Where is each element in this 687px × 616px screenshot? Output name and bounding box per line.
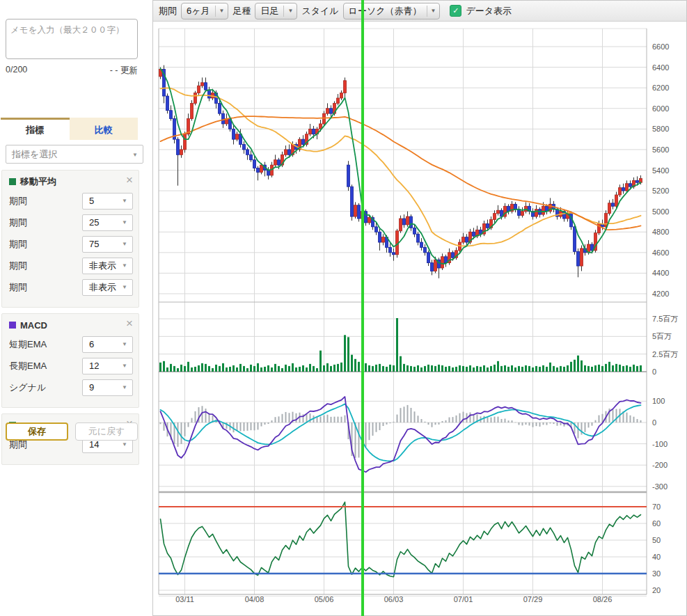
svg-text:-100: -100 (652, 440, 668, 448)
chart-toolbar: 期間 6ヶ月 ▼ 足種 日足 ▼ スタイル ローソク（赤青） ▼ ✓ データ表示 (153, 1, 686, 22)
tab-indicators[interactable]: 指標 (1, 118, 70, 140)
param-select[interactable]: 25▼ (82, 214, 133, 231)
svg-text:4800: 4800 (652, 228, 669, 236)
svg-text:6000: 6000 (652, 104, 669, 113)
param-label: 期間 (9, 238, 63, 251)
chevron-down-icon: ▼ (216, 8, 228, 14)
stock-chart-app: 0/200 - - 更新 指標 比較 指標を選択 ▼ 移動平均×期間5▼期間25… (0, 0, 687, 616)
indicator-param-row: シグナル9▼ (9, 379, 133, 395)
param-select[interactable]: 非表示▼ (82, 279, 133, 296)
param-select[interactable]: 5▼ (82, 193, 133, 210)
data-display-label: データ表示 (466, 5, 512, 17)
chevron-down-icon: ▼ (122, 380, 127, 395)
sidebar: 0/200 - - 更新 指標 比較 指標を選択 ▼ 移動平均×期間5▼期間25… (0, 0, 152, 616)
indicator-param-row: 長期EMA12▼ (9, 358, 133, 374)
svg-text:20: 20 (652, 586, 661, 594)
param-label: 期間 (9, 281, 63, 294)
chevron-down-icon: ▼ (122, 215, 127, 230)
memo-input[interactable] (6, 19, 138, 59)
data-display-checkbox[interactable]: ✓ (450, 5, 461, 17)
chart-canvas[interactable]: 03/1104/0805/0606/0307/0107/2908/2666006… (153, 22, 686, 615)
chevron-down-icon: ▼ (132, 145, 138, 163)
param-label: 短期EMA (9, 338, 63, 351)
indicator-card-title: 移動平均 (20, 175, 56, 188)
indicator-select-placeholder: 指標を選択 (12, 149, 57, 159)
memo-counter: 0/200 (6, 65, 27, 77)
chevron-down-icon: ▼ (122, 237, 127, 252)
sidebar-actions: 保存 元に戻す (6, 422, 138, 441)
param-select[interactable]: 非表示▼ (82, 258, 133, 274)
svg-text:5000: 5000 (652, 207, 669, 216)
indicator-color-swatch (9, 322, 16, 329)
period-dropdown[interactable]: 6ヶ月 ▼ (181, 3, 228, 19)
indicator-param-row: 期間25▼ (9, 214, 133, 230)
indicator-param-row: 期間5▼ (9, 193, 133, 209)
sidebar-tabs: 指標 比較 (1, 118, 138, 140)
chevron-down-icon: ▼ (122, 358, 127, 374)
indicator-select[interactable]: 指標を選択 ▼ (6, 145, 143, 164)
svg-text:70: 70 (652, 503, 661, 511)
svg-text:2.5百万: 2.5百万 (652, 350, 678, 358)
svg-text:-200: -200 (652, 461, 668, 469)
param-select[interactable]: 9▼ (82, 379, 133, 396)
svg-text:5600: 5600 (652, 145, 669, 154)
svg-text:5200: 5200 (652, 187, 669, 195)
price-chart-svg: 03/1104/0805/0606/0307/0107/2908/2666006… (153, 22, 686, 615)
close-icon[interactable]: × (126, 175, 133, 186)
svg-text:-300: -300 (652, 482, 668, 491)
reset-button[interactable]: 元に戻す (75, 422, 138, 441)
svg-text:0: 0 (652, 418, 656, 427)
param-label: 長期EMA (9, 360, 63, 372)
indicator-param-row: 期間75▼ (9, 236, 133, 252)
bartype-label: 足種 (232, 5, 251, 17)
style-label: スタイル (301, 5, 338, 17)
indicator-param-row: 期間非表示▼ (9, 279, 133, 295)
style-dropdown[interactable]: ローソク（赤青） ▼ (343, 3, 441, 19)
svg-text:30: 30 (652, 569, 661, 578)
param-select[interactable]: 6▼ (82, 336, 133, 353)
tab-compare[interactable]: 比較 (70, 118, 139, 140)
memo-update-link[interactable]: - - 更新 (110, 65, 138, 77)
svg-text:100: 100 (652, 397, 665, 405)
param-label: シグナル (9, 381, 63, 394)
memo-meta: 0/200 - - 更新 (6, 65, 138, 77)
indicator-card: 移動平均×期間5▼期間25▼期間75▼期間非表示▼期間非表示▼ (1, 170, 139, 308)
chevron-down-icon: ▼ (122, 194, 127, 209)
svg-text:0: 0 (652, 368, 656, 376)
bartype-dropdown[interactable]: 日足 ▼ (255, 3, 297, 19)
svg-text:4400: 4400 (652, 269, 669, 277)
svg-text:4600: 4600 (652, 248, 669, 257)
svg-text:5百万: 5百万 (652, 332, 672, 340)
svg-text:7.5百万: 7.5百万 (652, 315, 678, 323)
indicator-param-row: 短期EMA6▼ (9, 336, 133, 352)
param-label: 期間 (9, 195, 63, 207)
period-label: 期間 (159, 5, 177, 17)
svg-text:40: 40 (652, 553, 661, 561)
param-select[interactable]: 75▼ (82, 236, 133, 253)
indicator-card-title: MACD (20, 320, 47, 331)
indicator-card: MACD×短期EMA6▼長期EMA12▼シグナル9▼ (1, 313, 139, 408)
svg-text:5800: 5800 (652, 125, 669, 133)
param-label: 期間 (9, 216, 63, 229)
indicator-color-swatch (9, 178, 16, 185)
chevron-down-icon: ▼ (284, 8, 297, 14)
chevron-down-icon: ▼ (122, 258, 127, 274)
save-button[interactable]: 保存 (6, 422, 68, 441)
crosshair-line (361, 0, 364, 616)
svg-text:5400: 5400 (652, 166, 669, 175)
svg-text:50: 50 (652, 536, 661, 544)
svg-text:6600: 6600 (652, 42, 669, 51)
chevron-down-icon: ▼ (122, 280, 127, 295)
chart-panel: 期間 6ヶ月 ▼ 足種 日足 ▼ スタイル ローソク（赤青） ▼ ✓ データ表示… (152, 0, 687, 616)
svg-text:60: 60 (652, 519, 661, 528)
svg-text:6200: 6200 (652, 84, 669, 92)
svg-text:4200: 4200 (652, 290, 669, 298)
chevron-down-icon: ▼ (122, 337, 127, 352)
param-label: 期間 (9, 260, 63, 272)
chevron-down-icon: ▼ (427, 8, 440, 14)
param-select[interactable]: 12▼ (82, 358, 133, 374)
indicator-param-row: 期間非表示▼ (9, 258, 133, 274)
svg-text:6400: 6400 (652, 63, 669, 72)
close-icon[interactable]: × (126, 318, 133, 329)
